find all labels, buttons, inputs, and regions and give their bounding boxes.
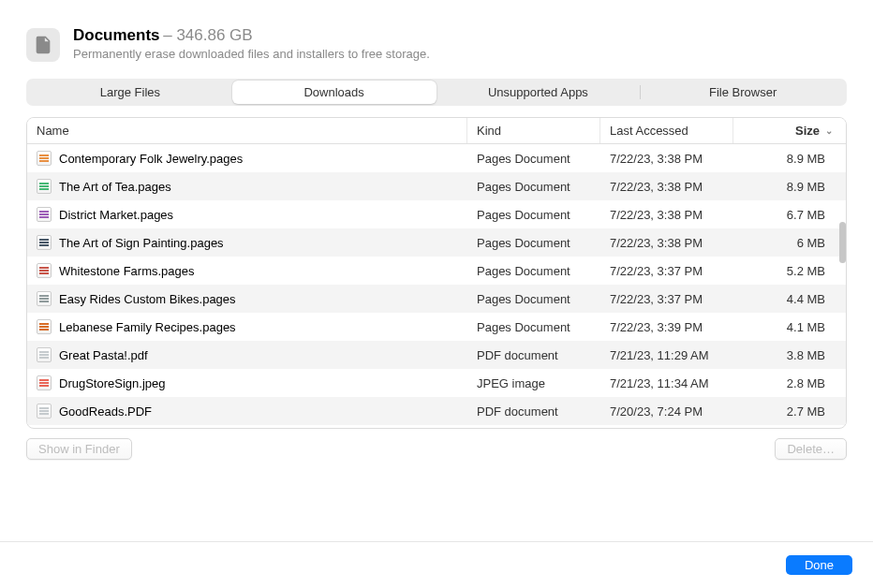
file-table: Name Kind Last Accessed Size ⌄ Contempor…: [26, 117, 847, 429]
table-row[interactable]: The Art of Sign Painting.pagesPages Docu…: [27, 228, 846, 257]
tab-file-browser[interactable]: File Browser: [641, 81, 845, 104]
column-name[interactable]: Name: [27, 118, 467, 143]
file-size: 2.8 MB: [733, 376, 846, 390]
file-icon: [37, 179, 52, 194]
file-icon: [37, 404, 52, 419]
table-row[interactable]: Whitestone Farms.pagesPages Document7/22…: [27, 257, 846, 285]
file-icon: [37, 235, 52, 250]
table-row[interactable]: DrugStoreSign.jpegJPEG image7/21/23, 11:…: [27, 369, 846, 397]
file-last-accessed: 7/22/23, 3:39 PM: [600, 320, 733, 334]
table-row[interactable]: Great Pasta!.pdfPDF document7/21/23, 11:…: [27, 341, 846, 369]
file-last-accessed: 7/22/23, 3:38 PM: [600, 208, 733, 222]
file-kind: Pages Document: [467, 152, 600, 166]
file-name: District Market.pages: [59, 208, 173, 222]
file-size: 2.7 MB: [733, 404, 846, 419]
file-last-accessed: 7/22/23, 3:37 PM: [600, 264, 733, 278]
show-in-finder-button[interactable]: Show in Finder: [26, 438, 132, 460]
category-tabs: Large Files Downloads Unsupported Apps F…: [26, 79, 847, 106]
file-icon: [37, 291, 52, 306]
file-kind: PDF document: [467, 404, 600, 419]
file-name: Great Pasta!.pdf: [59, 348, 148, 362]
file-kind: Pages Document: [467, 320, 600, 334]
table-header: Name Kind Last Accessed Size ⌄: [27, 118, 846, 144]
tab-unsupported-apps[interactable]: Unsupported Apps: [436, 81, 641, 104]
file-last-accessed: 7/22/23, 3:38 PM: [600, 236, 733, 250]
table-row[interactable]: GoodReads.PDFPDF document7/20/23, 7:24 P…: [27, 397, 846, 425]
delete-button[interactable]: Delete…: [775, 438, 847, 460]
tab-large-files[interactable]: Large Files: [28, 81, 232, 104]
column-kind[interactable]: Kind: [467, 118, 600, 143]
file-last-accessed: 7/21/23, 11:34 AM: [600, 376, 733, 390]
column-last-accessed[interactable]: Last Accessed: [600, 118, 733, 143]
file-last-accessed: 7/21/23, 11:29 AM: [600, 348, 733, 362]
file-name: Whitestone Farms.pages: [59, 264, 195, 278]
file-name: The Art of Sign Painting.pages: [59, 236, 224, 250]
table-body[interactable]: Contemporary Folk Jewelry.pagesPages Doc…: [27, 144, 846, 428]
file-kind: PDF document: [467, 348, 600, 362]
file-icon: [37, 207, 52, 222]
table-row[interactable]: District Market.pagesPages Document7/22/…: [27, 200, 846, 228]
file-name: Easy Rides Custom Bikes.pages: [59, 292, 236, 306]
file-name: DrugStoreSign.jpeg: [59, 376, 165, 390]
done-button[interactable]: Done: [786, 555, 852, 575]
chevron-down-icon: ⌄: [825, 125, 833, 136]
file-kind: Pages Document: [467, 264, 600, 278]
file-name: The Art of Tea.pages: [59, 180, 171, 194]
documents-icon: [26, 28, 60, 62]
file-size: 6 MB: [733, 236, 846, 250]
file-last-accessed: 7/20/23, 7:24 PM: [600, 404, 733, 419]
file-size: 6.7 MB: [733, 208, 846, 222]
table-row[interactable]: Lebanese Family Recipes.pagesPages Docum…: [27, 313, 846, 341]
table-row[interactable]: Easy Rides Custom Bikes.pagesPages Docum…: [27, 285, 846, 313]
file-name: Contemporary Folk Jewelry.pages: [59, 152, 243, 166]
file-name: GoodReads.PDF: [59, 404, 152, 419]
table-row[interactable]: The Art of Tea.pagesPages Document7/22/2…: [27, 172, 846, 200]
page-title: Documents: [73, 26, 160, 44]
page-subtitle: Permanently erase downloaded files and i…: [73, 47, 430, 61]
file-kind: Pages Document: [467, 208, 600, 222]
file-kind: Pages Document: [467, 292, 600, 306]
file-name: Lebanese Family Recipes.pages: [59, 320, 236, 334]
file-size: 8.9 MB: [733, 152, 846, 166]
file-last-accessed: 7/22/23, 3:37 PM: [600, 292, 733, 306]
scrollbar[interactable]: [839, 222, 846, 263]
file-size: 4.4 MB: [733, 292, 846, 306]
file-icon: [37, 347, 52, 362]
header: Documents – 346.86 GB Permanently erase …: [26, 26, 847, 62]
tab-downloads[interactable]: Downloads: [232, 81, 436, 104]
column-size[interactable]: Size ⌄: [733, 118, 846, 143]
file-size: 3.8 MB: [733, 348, 846, 362]
file-icon: [37, 319, 52, 334]
file-kind: Pages Document: [467, 180, 600, 194]
file-size: 8.9 MB: [733, 180, 846, 194]
file-kind: Pages Document: [467, 236, 600, 250]
file-size: 5.2 MB: [733, 264, 846, 278]
bottom-bar: Done: [0, 541, 873, 588]
file-icon: [37, 263, 52, 278]
file-icon: [37, 151, 52, 166]
file-last-accessed: 7/22/23, 3:38 PM: [600, 152, 733, 166]
storage-size: – 346.86 GB: [163, 26, 252, 44]
file-last-accessed: 7/22/23, 3:38 PM: [600, 180, 733, 194]
file-kind: JPEG image: [467, 376, 600, 390]
file-icon: [37, 375, 52, 390]
file-size: 4.1 MB: [733, 320, 846, 334]
table-row[interactable]: Contemporary Folk Jewelry.pagesPages Doc…: [27, 144, 846, 172]
